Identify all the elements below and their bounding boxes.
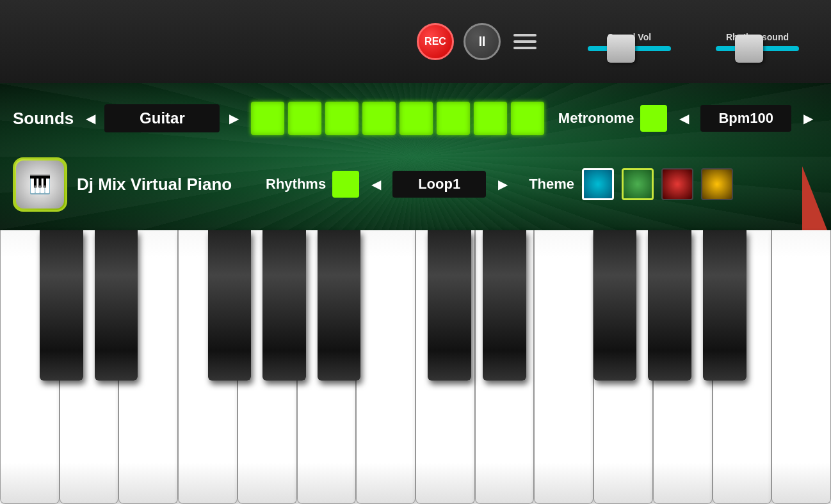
pause-button[interactable]: ⏸ [464,23,501,60]
white-key-7[interactable] [356,230,416,504]
sound-next-button[interactable]: ▶ [227,108,239,129]
sound-vol-section: Sound Vol [588,32,671,51]
pad-7[interactable] [474,102,507,135]
black-key-1[interactable] [40,230,83,381]
sound-prev-button[interactable]: ◀ [85,108,97,129]
loop-prev-button[interactable]: ◀ [366,174,386,194]
bpm-box[interactable]: Bpm100 [700,105,791,132]
pad-1[interactable] [251,102,284,135]
rhythm-sound-section: Rhythm sound [716,32,799,51]
theme-label: Theme [529,176,574,193]
sound-name-box[interactable]: Guitar [104,104,220,132]
black-key-4[interactable] [262,230,305,381]
metronome-pad[interactable] [640,105,667,132]
pad-6[interactable] [437,102,470,135]
rhythms-label: Rhythms [266,176,326,193]
menu-line-2 [513,40,537,43]
green-pads [251,102,544,135]
menu-button[interactable] [513,34,537,49]
white-keys-container [0,230,831,504]
pad-3[interactable] [325,102,359,135]
black-key-5[interactable] [318,230,360,381]
rec-label: REC [424,36,446,47]
theme-green[interactable] [622,168,654,200]
app-title: Dj Mix Virtual Piano [77,175,256,194]
theme-teal[interactable] [582,168,614,200]
rhythm-sound-slider[interactable] [716,46,799,51]
white-key-10[interactable] [534,230,593,504]
white-key-14[interactable] [771,230,831,504]
sound-vol-thumb[interactable] [607,35,635,63]
pad-8[interactable] [511,102,544,135]
sounds-label: Sounds [13,109,77,129]
bottom-green-row: 🎹 Dj Mix Virtual Piano Rhythms ◀ Loop1 ▶… [13,157,818,212]
pad-2[interactable] [288,102,321,135]
black-key-7[interactable] [483,230,526,381]
top-controls: REC ⏸ Sound Vol Rhythm sound [417,23,799,60]
black-key-2[interactable] [95,230,138,381]
black-key-8[interactable] [593,230,636,381]
rhythm-pad[interactable] [332,171,359,198]
black-key-9[interactable] [648,230,691,381]
theme-red[interactable] [661,168,693,200]
metronome-section: Metronome ◀ Bpm100 ▶ [558,105,818,132]
pad-4[interactable] [362,102,396,135]
bpm-prev-button[interactable]: ◀ [674,108,694,129]
sound-vol-slider[interactable] [588,46,671,51]
sounds-row: Sounds ◀ Guitar ▶ Metronome ◀ Bpm100 ▶ [13,102,818,135]
menu-line-1 [513,34,537,36]
theme-section: Theme [529,168,733,200]
black-key-6[interactable] [428,230,471,381]
app-icon-inner: 🎹 [16,161,64,209]
rhythms-section: Rhythms ◀ Loop1 ▶ [266,171,513,198]
theme-gold[interactable] [701,168,733,200]
black-key-3[interactable] [208,230,251,381]
loop-box[interactable]: Loop1 [392,171,486,198]
metronome-label: Metronome [558,110,634,127]
black-key-10[interactable] [703,230,746,381]
bpm-next-button[interactable]: ▶ [798,108,818,129]
pause-icon: ⏸ [475,33,489,50]
top-bar: REC ⏸ Sound Vol Rhythm sound [0,0,831,83]
rhythm-sound-thumb[interactable] [735,35,763,63]
green-section: Sounds ◀ Guitar ▶ Metronome ◀ Bpm100 ▶ 🎹 [0,83,831,230]
app-icon: 🎹 [13,157,67,212]
piano-section [0,230,831,504]
menu-line-3 [513,47,537,49]
loop-next-button[interactable]: ▶ [492,174,513,194]
pad-5[interactable] [399,102,433,135]
rec-button[interactable]: REC [417,23,454,60]
right-arrow-white[interactable] [802,0,831,83]
